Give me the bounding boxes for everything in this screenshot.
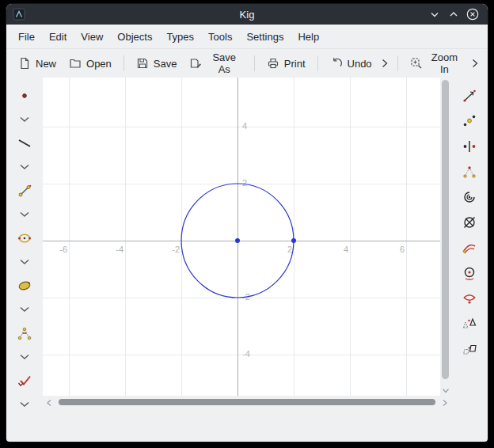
angle-tool-button[interactable]	[13, 325, 36, 342]
geometry-point[interactable]	[235, 238, 240, 243]
line-tool-button[interactable]	[13, 135, 36, 152]
rotation-icon	[462, 164, 477, 180]
menu-view[interactable]: View	[74, 28, 110, 46]
new-button[interactable]: New	[13, 53, 62, 74]
toolbar-overflow-button[interactable]	[469, 55, 481, 72]
maximize-button[interactable]	[445, 6, 462, 23]
chevron-right-icon	[382, 58, 389, 69]
toolbar-separator	[317, 55, 318, 71]
spiral-icon	[462, 189, 477, 205]
conic-tool-expand-button[interactable]	[13, 306, 36, 313]
folder-icon	[69, 57, 82, 70]
chevron-down-icon	[19, 306, 30, 313]
circle-tool-expand-button[interactable]	[13, 258, 36, 266]
chevron-right-icon	[472, 58, 479, 69]
point-reflection-icon	[462, 113, 477, 129]
segment-tool-button[interactable]	[13, 182, 36, 199]
conic-icon	[17, 278, 32, 294]
horizontal-scrollbar-thumb[interactable]	[59, 399, 435, 405]
left-toolbar	[6, 78, 43, 442]
angle-tool-expand-button[interactable]	[13, 353, 36, 361]
open-button-label: Open	[86, 58, 112, 70]
point-reflection-tool-button[interactable]	[458, 112, 481, 130]
right-toolbar	[451, 78, 488, 442]
chevron-down-icon	[19, 354, 30, 360]
similar-quads-icon	[462, 341, 477, 357]
segment-icon	[17, 183, 32, 199]
save-button[interactable]: Save	[131, 53, 183, 74]
similar-triangles-icon	[462, 316, 477, 332]
undo-button-label: Undo	[348, 58, 372, 70]
test-tool-button[interactable]	[13, 372, 36, 389]
undo-more-button[interactable]	[379, 55, 391, 72]
circle-tool-button[interactable]	[13, 230, 36, 247]
projectivity-tool-button[interactable]	[458, 340, 481, 358]
chevron-down-icon	[19, 401, 30, 408]
chevron-down-icon	[19, 211, 30, 218]
spiral-tool-button[interactable]	[458, 188, 481, 206]
printer-icon	[267, 57, 279, 70]
axis-reflection-tool-button[interactable]	[458, 138, 481, 155]
chevron-down-icon	[19, 259, 30, 265]
line-tool-expand-button[interactable]	[13, 163, 36, 171]
point-tool-button[interactable]	[13, 87, 36, 104]
vertical-scrollbar-thumb[interactable]	[442, 80, 449, 379]
menu-types[interactable]: Types	[159, 28, 201, 46]
zoom-in-button[interactable]: Zoom In	[405, 47, 468, 79]
chevron-down-icon	[428, 8, 441, 21]
undo-button[interactable]: Undo	[325, 53, 378, 74]
check-icon	[17, 373, 32, 389]
kig-app-icon	[13, 8, 25, 21]
eye-arc-icon	[462, 290, 477, 306]
arc-icon	[462, 240, 477, 256]
save-button-label: Save	[154, 58, 177, 70]
close-button[interactable]	[464, 6, 481, 23]
point-tool-expand-button[interactable]	[13, 116, 36, 123]
circle-center-tool-button[interactable]	[458, 264, 481, 282]
menu-objects[interactable]: Objects	[110, 28, 159, 46]
chevron-down-icon	[19, 116, 30, 123]
translation-tool-button[interactable]	[458, 87, 481, 104]
menu-settings[interactable]: Settings	[239, 28, 291, 46]
print-button-label: Print	[284, 58, 306, 70]
zoom-in-button-label: Zoom In	[427, 51, 462, 75]
open-button[interactable]: Open	[63, 53, 117, 74]
geometry-point[interactable]	[291, 238, 296, 243]
horizontal-scrollbar[interactable]	[43, 396, 451, 408]
crossed-circle-icon	[462, 215, 477, 230]
save-as-button[interactable]: Save As	[184, 47, 247, 79]
segment-tool-expand-button[interactable]	[13, 211, 36, 218]
scroll-right-icon[interactable]	[442, 399, 448, 407]
inversion-tool-button[interactable]	[458, 214, 481, 231]
rotation-tool-button[interactable]	[458, 163, 481, 180]
point-icon	[17, 88, 32, 104]
menubar: File Edit View Objects Types Tools Setti…	[6, 25, 488, 48]
menu-edit[interactable]: Edit	[42, 28, 74, 46]
test-tool-expand-button[interactable]	[13, 401, 36, 408]
geometry-canvas[interactable]: -6 -4 -2 2 4 6 4 2 -2 -4	[43, 78, 440, 396]
geometry-svg	[43, 78, 440, 396]
menu-file[interactable]: File	[11, 28, 42, 46]
zoom-in-icon	[410, 57, 422, 70]
conic-tool-button[interactable]	[13, 277, 36, 294]
canvas-column: -6 -4 -2 2 4 6 4 2 -2 -4	[43, 78, 451, 442]
new-button-label: New	[36, 58, 56, 70]
menu-tools[interactable]: Tools	[201, 28, 239, 46]
toolbar-separator	[124, 55, 124, 71]
toolbar-separator	[254, 55, 255, 71]
save-as-icon	[189, 57, 201, 70]
menu-help[interactable]: Help	[291, 28, 326, 46]
line-icon	[17, 135, 32, 151]
scroll-left-icon[interactable]	[46, 399, 52, 407]
vertical-scrollbar[interactable]	[440, 78, 451, 396]
minimize-button[interactable]	[426, 6, 443, 23]
conic-arc-tool-button[interactable]	[458, 290, 481, 307]
scroll-down-icon[interactable]	[441, 388, 450, 394]
arc-tool-button[interactable]	[458, 239, 481, 256]
circle-icon	[17, 230, 32, 246]
print-button[interactable]: Print	[261, 53, 311, 74]
new-document-icon	[18, 57, 31, 70]
chevron-up-icon	[447, 8, 460, 21]
similarity-tool-button[interactable]	[458, 315, 481, 332]
titlebar[interactable]: Kig	[6, 4, 488, 25]
